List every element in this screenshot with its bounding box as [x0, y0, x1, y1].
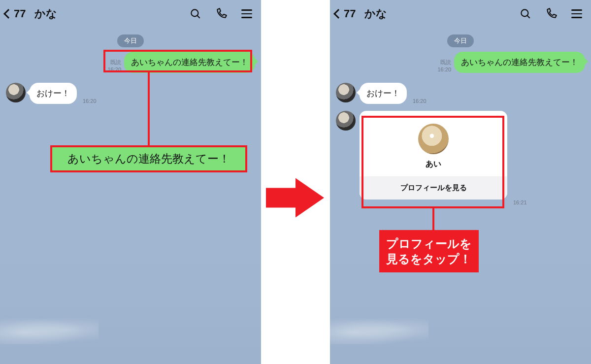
incoming-message: おけー！ 16:20: [336, 83, 427, 104]
contact-card-message: あい プロフィールを見る 16:21: [336, 111, 527, 205]
contact-name: あい: [426, 159, 441, 169]
outgoing-message: 既読 16:20 あいちゃんの連絡先教えてー！: [107, 52, 255, 73]
svg-line-1: [197, 15, 199, 18]
cloud-deco: [330, 315, 428, 344]
call-icon[interactable]: [215, 7, 228, 20]
message-time: 16:20: [437, 66, 451, 73]
menu-icon[interactable]: [240, 7, 253, 20]
search-icon[interactable]: [189, 7, 202, 20]
contact-card-body: あい: [360, 120, 507, 176]
chat-title: かな: [34, 6, 57, 21]
svg-point-3: [521, 9, 528, 16]
phone-left: 77 かな 今日 既読 16:20 あいちゃんの連: [0, 0, 261, 364]
back-button[interactable]: 77: [5, 7, 26, 20]
message-time: 16:20: [413, 98, 427, 104]
message-text: あいちゃんの連絡先教えてー！: [461, 58, 578, 67]
message-time: 16:21: [513, 199, 527, 205]
arrow-right-icon: [266, 175, 325, 220]
outgoing-message: 既読 16:20 あいちゃんの連絡先教えてー！: [437, 52, 585, 73]
view-profile-button[interactable]: プロフィールを見る: [360, 176, 507, 199]
cloud-deco: [0, 315, 98, 344]
call-icon[interactable]: [545, 7, 558, 20]
message-text: おけー！: [36, 89, 70, 98]
phone-right: 77 かな 今日 既読 16:20 あいちゃんの連: [330, 0, 591, 364]
panel-gap: [261, 0, 330, 364]
avatar[interactable]: [336, 111, 356, 131]
message-meta: 既読 16:20: [107, 59, 121, 73]
chevron-left-icon: [333, 9, 343, 19]
search-icon[interactable]: [519, 7, 532, 20]
svg-line-4: [527, 15, 529, 18]
back-count: 77: [344, 7, 356, 20]
header-actions: [189, 7, 256, 20]
header-actions: [519, 7, 586, 20]
chat-header: 77 かな: [0, 0, 261, 28]
comparison-stage: 77 かな 今日 既読 16:20 あいちゃんの連: [0, 0, 591, 364]
menu-icon[interactable]: [570, 7, 583, 20]
incoming-message: おけー！ 16:20: [6, 83, 97, 104]
message-time: 16:20: [107, 66, 121, 73]
message-text: あいちゃんの連絡先教えてー！: [131, 58, 248, 67]
incoming-bubble[interactable]: おけー！: [360, 83, 407, 104]
svg-marker-2: [266, 178, 324, 217]
read-status: 既読: [107, 59, 121, 66]
button-label: プロフィールを見る: [400, 183, 467, 192]
highlight-box-zoom: あいちゃんの連絡先教えてー！: [50, 145, 247, 172]
zoom-text: あいちゃんの連絡先教えてー！: [67, 151, 230, 166]
highlight-connector: [432, 208, 434, 230]
chat-title: かな: [364, 6, 387, 21]
message-text: おけー！: [366, 89, 400, 98]
avatar[interactable]: [6, 83, 26, 102]
contact-card[interactable]: あい プロフィールを見る: [360, 111, 507, 199]
back-button[interactable]: 77: [335, 7, 356, 20]
chat-header: 77 かな: [330, 0, 591, 28]
avatar[interactable]: [336, 83, 356, 102]
message-time: 16:20: [83, 98, 97, 104]
chevron-left-icon: [3, 9, 13, 19]
highlight-connector: [148, 72, 150, 145]
contact-avatar[interactable]: [418, 124, 449, 154]
svg-point-0: [191, 9, 198, 16]
outgoing-bubble[interactable]: あいちゃんの連絡先教えてー！: [454, 52, 585, 73]
message-meta: 既読 16:20: [437, 59, 451, 73]
outgoing-bubble[interactable]: あいちゃんの連絡先教えてー！: [124, 52, 255, 73]
date-chip: 今日: [117, 34, 144, 47]
back-count: 77: [14, 7, 26, 20]
instruction-callout: プロフィールを 見るをタップ！: [379, 230, 479, 272]
read-status: 既読: [437, 59, 451, 66]
date-chip: 今日: [447, 34, 474, 47]
incoming-bubble[interactable]: おけー！: [30, 83, 77, 104]
